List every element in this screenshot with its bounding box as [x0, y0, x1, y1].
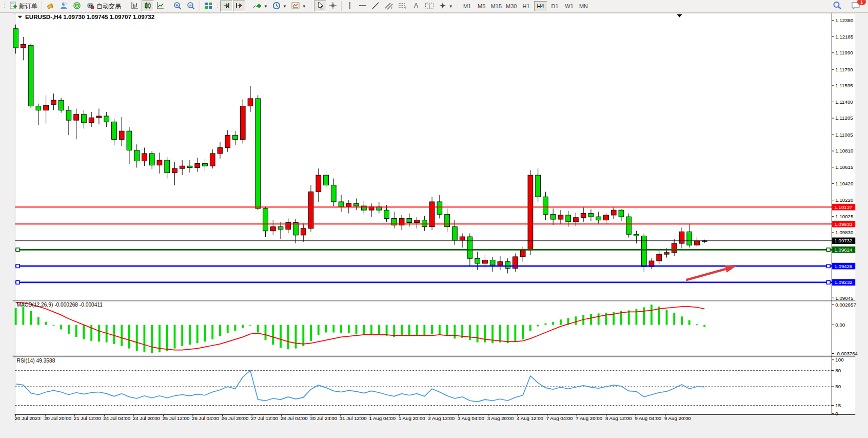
timeframe-group: M1M5M15M30H1H4D1W1MN — [461, 1, 590, 11]
candle-bearish — [422, 220, 427, 227]
templates-icon — [291, 2, 300, 11]
candle-bullish — [574, 218, 579, 222]
candle-bullish — [346, 203, 351, 206]
line-handle[interactable] — [826, 248, 830, 252]
tf-button-M30[interactable]: M30 — [504, 1, 518, 11]
time-tick-label: 7 Aug 20:00 — [576, 415, 602, 421]
notifications-button[interactable]: 1 — [849, 1, 863, 12]
bottom-strip — [13, 423, 855, 438]
candle-bullish — [51, 100, 56, 104]
tf-button-M1[interactable]: M1 — [461, 1, 474, 11]
candle-bearish — [58, 100, 64, 110]
macd-tick-label: 0.002657 — [835, 302, 856, 308]
price-tick-label: 1.11400 — [835, 99, 853, 105]
equidistant-channel-tool-button[interactable]: E — [382, 1, 396, 12]
svg-text:E: E — [391, 6, 393, 10]
candle-bearish — [505, 262, 510, 269]
line-handle[interactable] — [16, 248, 19, 252]
line-handle[interactable] — [826, 264, 830, 268]
community-button[interactable] — [57, 1, 70, 12]
candle-bullish — [415, 220, 420, 223]
toolbar-drag-handle[interactable] — [247, 2, 249, 11]
candle-bullish — [180, 166, 185, 168]
time-tick-label: 31 Jul 12:00 — [340, 415, 367, 421]
indicators-button[interactable]: ▼ — [251, 1, 270, 12]
text-label-tool-button[interactable]: T — [423, 1, 436, 12]
chart-shift-button[interactable] — [233, 1, 245, 12]
toolbar-drag-handle[interactable] — [216, 2, 219, 11]
price-label-text: 1.09232 — [834, 279, 852, 285]
auto-scroll-button[interactable] — [220, 1, 232, 12]
price-tick-label: 1.10810 — [835, 148, 854, 154]
chevron-down-icon: ▼ — [264, 4, 268, 9]
chart-canvas[interactable]: EURUSD-,H4 1.09730 1.09745 1.09707 1.097… — [0, 13, 868, 438]
new-order-button[interactable]: 新订单 — [7, 1, 40, 12]
rsi-label: RSI(14) 49.3588 — [17, 358, 55, 364]
crosshair-button[interactable] — [327, 1, 339, 12]
line-chart-button[interactable] — [154, 1, 167, 12]
zoom-in-button[interactable] — [171, 1, 184, 12]
svg-text:F: F — [405, 6, 407, 10]
tf-button-H1[interactable]: H1 — [520, 1, 533, 11]
horizontal-line-tool-button[interactable] — [357, 1, 369, 12]
text-tool-button[interactable]: A — [410, 1, 422, 12]
candle-bullish — [44, 105, 49, 110]
candlestick-chart-icon — [144, 2, 152, 11]
zoom-out-button[interactable] — [185, 1, 198, 12]
candlestick-chart-button[interactable] — [142, 1, 154, 12]
tf-button-M15[interactable]: M15 — [489, 1, 503, 11]
cursor-button[interactable] — [314, 1, 326, 12]
toolbar-drag-handle[interactable] — [457, 2, 459, 11]
chart-window[interactable]: EURUSD-,H4 1.09730 1.09745 1.09707 1.097… — [0, 13, 868, 438]
candle-bearish — [626, 217, 632, 234]
toolbar-drag-handle[interactable] — [310, 2, 312, 11]
chart-background[interactable] — [15, 13, 856, 414]
tile-windows-button[interactable] — [202, 1, 214, 12]
candle-bearish — [187, 166, 192, 167]
templates-button[interactable]: ▼ — [289, 1, 308, 12]
search-button[interactable] — [831, 1, 844, 12]
arrows-tool-button[interactable]: ▼ — [437, 1, 455, 12]
candle-bearish — [331, 185, 336, 202]
candle-bearish — [339, 202, 344, 207]
vertical-line-icon — [347, 2, 353, 11]
time-tick-label: 24 Jul 20:00 — [133, 415, 160, 421]
toolbar-drag-handle[interactable] — [3, 2, 6, 11]
candle-bearish — [543, 197, 548, 214]
candle-bullish — [316, 175, 321, 192]
vertical-line-tool-button[interactable] — [344, 1, 356, 12]
bar-chart-icon — [131, 2, 139, 11]
candle-bullish — [664, 253, 669, 254]
tf-button-H4[interactable]: H4 — [534, 1, 547, 11]
candle-bullish — [119, 131, 124, 139]
line-handle[interactable] — [16, 264, 19, 268]
tf-button-D1[interactable]: D1 — [548, 1, 562, 11]
fibonacci-tool-button[interactable]: F — [396, 1, 409, 12]
candle-bearish — [437, 202, 442, 214]
candle-bearish — [354, 203, 359, 206]
rsi-tick-label: 80 — [835, 368, 841, 373]
megaphone-button[interactable] — [44, 1, 57, 12]
auto-trading-button[interactable]: 自动交易 — [84, 1, 123, 12]
window-gutter — [13, 13, 15, 423]
time-scale[interactable]: 20 Jul 202320 Jul 20:0021 Jul 12:0024 Ju… — [15, 414, 692, 421]
candle-bullish — [96, 116, 102, 118]
toolbar-drag-handle[interactable] — [125, 2, 127, 11]
candle-bullish — [528, 175, 533, 250]
signals-button[interactable] — [71, 1, 84, 12]
candle-bullish — [483, 260, 488, 263]
trendline-tool-button[interactable] — [369, 1, 382, 12]
equidistant-channel-icon: E — [384, 2, 393, 11]
periods-button[interactable]: ▼ — [270, 1, 289, 12]
line-handle[interactable] — [826, 280, 830, 284]
tf-button-M5[interactable]: M5 — [475, 1, 488, 11]
time-tick-label: 20 Jul 2023 — [15, 415, 41, 421]
toolbar-separator — [200, 1, 200, 11]
bar-chart-button[interactable] — [129, 1, 141, 12]
tf-button-MN[interactable]: MN — [577, 1, 590, 11]
line-handle[interactable] — [16, 280, 19, 284]
price-label-text: 1.09732 — [834, 238, 852, 243]
tf-button-W1[interactable]: W1 — [563, 1, 576, 11]
candle-bullish — [195, 163, 200, 167]
chevron-down-icon: ▼ — [449, 4, 453, 9]
